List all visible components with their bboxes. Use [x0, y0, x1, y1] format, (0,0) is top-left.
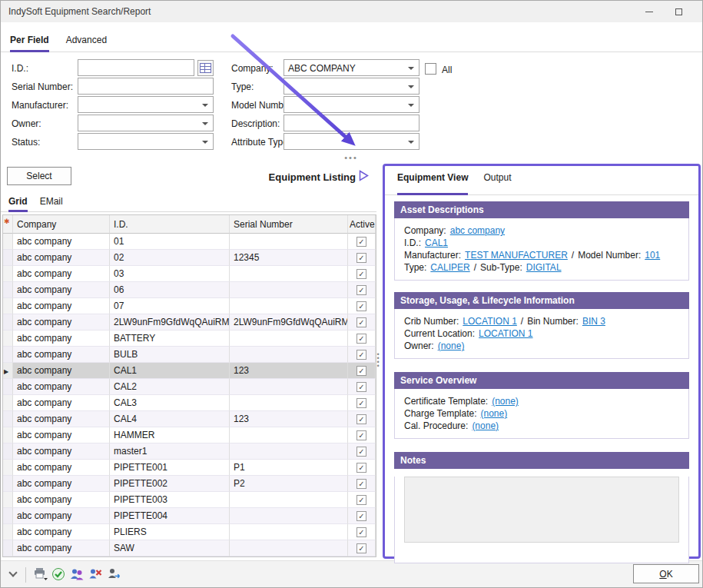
active-checkbox[interactable] [356, 317, 366, 327]
model-select[interactable] [284, 96, 419, 113]
status-select[interactable] [78, 133, 214, 150]
tab-advanced[interactable]: Advanced [66, 35, 107, 52]
table-row[interactable]: abc company PIPETTE004 [3, 508, 376, 524]
active-checkbox[interactable] [356, 253, 366, 263]
table-row[interactable]: abc company SAW [3, 540, 376, 556]
table-row[interactable]: abc company PIPETTE002 P2 [3, 476, 376, 492]
active-checkbox[interactable] [356, 447, 366, 457]
column-header-serial[interactable]: Serial Number [230, 215, 348, 234]
active-checkbox[interactable] [356, 479, 366, 489]
crib-number-link[interactable]: LOCATION 1 [463, 315, 516, 327]
active-checkbox[interactable] [356, 285, 366, 295]
id-input[interactable] [78, 59, 194, 76]
manufacturer-link[interactable]: TEST MANUFACTURER [465, 249, 568, 261]
user-remove-button[interactable] [88, 567, 104, 583]
active-checkbox[interactable] [356, 495, 366, 505]
table-row[interactable]: abc company CAL2 [3, 379, 376, 395]
company-link[interactable]: abc company [450, 224, 505, 237]
active-checkbox[interactable] [356, 527, 366, 537]
type-link[interactable]: CALIPER [430, 261, 469, 274]
user-export-button[interactable] [107, 567, 122, 583]
certificate-template-link[interactable]: (none) [492, 395, 519, 407]
table-row[interactable]: abc company BATTERY [3, 331, 376, 347]
active-checkbox[interactable] [356, 543, 366, 553]
all-checkbox[interactable] [425, 63, 436, 75]
id-lookup-button[interactable] [197, 60, 214, 76]
company-select[interactable]: ABC COMPANY [284, 59, 419, 76]
cell-id: 02 [110, 250, 230, 266]
charge-template-link[interactable]: (none) [481, 407, 508, 420]
table-row[interactable]: abc company HAMMER [3, 427, 376, 443]
cell-company: abc company [13, 266, 110, 282]
table-row[interactable]: abc company PLIERS [3, 524, 376, 540]
active-checkbox[interactable] [356, 334, 366, 344]
owner-label: Owner: [404, 340, 434, 352]
tab-grid[interactable]: Grid [8, 196, 28, 212]
current-location-link[interactable]: LOCATION 1 [479, 327, 532, 340]
table-row[interactable]: abc company 02 12345 [3, 250, 376, 266]
notes-textarea[interactable] [404, 477, 679, 543]
subtype-label: Sub-Type: [480, 261, 522, 274]
column-header-id[interactable]: I.D. [110, 215, 230, 234]
validate-button[interactable] [51, 567, 67, 583]
table-row[interactable]: abc company 03 [3, 266, 376, 282]
owner-select[interactable] [78, 115, 214, 131]
tab-per-field[interactable]: Per Field [10, 35, 49, 52]
table-row[interactable]: abc company 06 [3, 282, 376, 298]
maximize-button[interactable] [665, 1, 692, 22]
description-input-value [284, 115, 419, 121]
table-row[interactable]: abc company CAL1 123 [3, 363, 376, 379]
active-checkbox[interactable] [356, 350, 366, 360]
attribute-type-select[interactable] [284, 133, 419, 150]
active-checkbox[interactable] [356, 511, 366, 521]
section-notes: Notes [394, 452, 689, 563]
cell-serial [230, 282, 348, 298]
table-row[interactable]: abc company PIPETTE003 [3, 492, 376, 508]
active-checkbox[interactable] [356, 398, 366, 408]
panel-splitter-grip[interactable]: •••• [376, 353, 380, 370]
description-input[interactable] [284, 115, 419, 131]
print-button[interactable] [33, 567, 48, 583]
active-checkbox[interactable] [356, 430, 366, 440]
serial-input-value [78, 78, 213, 85]
splitter-handle[interactable]: ••• [339, 153, 363, 162]
column-header-active[interactable]: Active [348, 215, 376, 234]
table-row[interactable]: abc company 07 [3, 298, 376, 314]
ok-button[interactable]: OK [633, 564, 699, 583]
table-row[interactable]: abc company BULB [3, 347, 376, 363]
subtype-link[interactable]: DIGITAL [526, 261, 562, 274]
table-row[interactable]: abc company master1 [3, 443, 376, 460]
cell-company: abc company [13, 443, 110, 460]
owner-link[interactable]: (none) [438, 340, 465, 352]
tab-equipment-view[interactable]: Equipment View [397, 172, 468, 195]
section-title: Service Overview [394, 372, 689, 389]
manufacturer-select[interactable] [78, 96, 214, 113]
id-link[interactable]: CAL1 [425, 237, 448, 249]
model-number-link[interactable]: 101 [645, 249, 660, 261]
active-checkbox[interactable] [356, 382, 366, 392]
select-button[interactable]: Select [7, 167, 71, 185]
more-options-button[interactable] [7, 569, 19, 580]
column-header-company[interactable]: Company [13, 215, 110, 234]
active-checkbox[interactable] [356, 269, 366, 279]
type-select[interactable] [284, 78, 419, 95]
table-row[interactable]: abc company PIPETTE001 P1 [3, 460, 376, 476]
serial-input[interactable] [78, 78, 214, 95]
play-icon[interactable] [359, 170, 369, 181]
table-row[interactable]: abc company 01 [3, 234, 376, 250]
table-row[interactable]: abc company 2LW9unFm9GfdWqQAuiRMLI 2LW9u… [3, 314, 376, 331]
bin-number-link[interactable]: BIN 3 [582, 315, 605, 327]
minimize-button[interactable] [635, 1, 663, 22]
tab-output[interactable]: Output [483, 172, 511, 195]
cal-procedure-link[interactable]: (none) [472, 420, 499, 432]
table-row[interactable]: abc company CAL4 123 [3, 411, 376, 427]
active-checkbox[interactable] [356, 463, 366, 473]
table-row[interactable]: abc company CAL3 [3, 395, 376, 411]
active-checkbox[interactable] [356, 237, 366, 247]
active-checkbox[interactable] [356, 414, 366, 424]
active-checkbox[interactable] [356, 366, 366, 376]
tab-email[interactable]: EMail [40, 196, 63, 212]
active-checkbox[interactable] [356, 301, 366, 311]
cell-active [348, 266, 376, 282]
users-button[interactable] [70, 567, 85, 583]
